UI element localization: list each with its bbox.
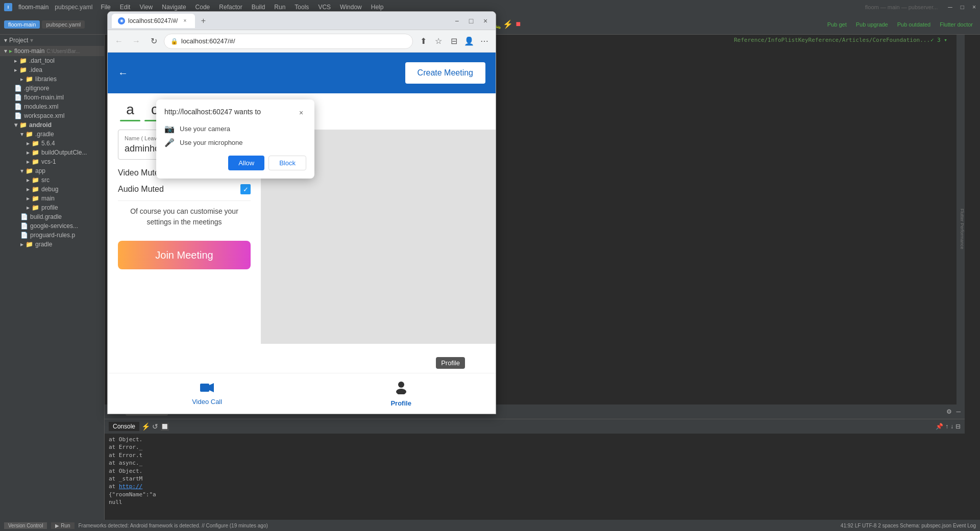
bookmark-btn[interactable]: ☆ xyxy=(431,34,446,48)
browser-maximize-btn[interactable]: □ xyxy=(465,15,477,27)
flutter-panel-label: Flutter Performance xyxy=(960,209,965,249)
join-meeting-button[interactable]: Join Meeting xyxy=(118,241,251,269)
tree-android[interactable]: ▾📁 android xyxy=(0,120,104,130)
allow-button[interactable]: Allow xyxy=(228,156,264,170)
tree-gitignore[interactable]: 📄 .gitignore xyxy=(0,84,104,93)
console-line-4: at Object. xyxy=(109,467,961,475)
pub-outdated-btn[interactable]: Pub outdated xyxy=(894,20,934,29)
tree-profile[interactable]: ▸📁 profile xyxy=(0,203,104,212)
browser-close-btn[interactable]: × xyxy=(479,15,492,27)
console-line-0: at Object. xyxy=(109,436,961,443)
menu-edit[interactable]: Edit xyxy=(118,3,133,12)
tab-close-btn[interactable]: × xyxy=(181,17,189,25)
video-call-label: Video Call xyxy=(192,398,222,406)
tree-modules[interactable]: 📄 modules.xml xyxy=(0,102,104,111)
share-btn[interactable]: ⬆ xyxy=(416,34,430,48)
menu-navigate[interactable]: Navigate xyxy=(160,3,188,12)
svg-point-2 xyxy=(398,382,404,388)
console-pin-icon[interactable]: 📌 xyxy=(936,423,943,430)
reload-btn[interactable]: ↻ xyxy=(146,34,161,48)
menu-view[interactable]: View xyxy=(137,3,155,12)
audio-muted-checkbox[interactable]: ✓ xyxy=(240,184,251,194)
tree-proguard[interactable]: 📄 proguard-rules.p xyxy=(0,231,104,240)
browser-window: ◉ localhost:60247/#/ × + − □ × ← → ↻ 🔒 l… xyxy=(107,11,496,414)
tree-build-gradle[interactable]: 📄 build.gradle xyxy=(0,212,104,221)
console-line-8: null xyxy=(109,498,961,506)
version-control-btn[interactable]: Version Control xyxy=(4,522,47,529)
tree-root-folder[interactable]: ▾ ▸ floom-main C:\Users\Bar... xyxy=(0,46,104,56)
browser-tab[interactable]: ◉ localhost:60247/#/ × xyxy=(112,14,195,28)
svg-rect-0 xyxy=(200,384,209,392)
tree-idea[interactable]: ▸📁 .idea xyxy=(0,65,104,74)
tree-build-output[interactable]: ▸📁 buildOutputCle... xyxy=(0,148,104,157)
tree-vcs-1[interactable]: ▸📁 vcs-1 xyxy=(0,157,104,166)
permission-dialog: http://localhost:60247 wants to × 📷 Use … xyxy=(156,99,314,179)
video-call-icon xyxy=(200,382,214,396)
menu-file[interactable]: File xyxy=(99,3,112,12)
lock-icon: 🔒 xyxy=(170,38,178,45)
menu-vcs[interactable]: VCS xyxy=(316,3,333,12)
tree-main[interactable]: ▸📁 main xyxy=(0,194,104,203)
browser-favicon: ◉ xyxy=(118,17,125,24)
new-tab-btn[interactable]: + xyxy=(197,15,209,27)
tree-workspace[interactable]: 📄 workspace.xml xyxy=(0,111,104,120)
console-line-6: at http:// xyxy=(109,483,961,490)
pub-upgrade-btn[interactable]: Pub upgrade xyxy=(853,20,891,29)
console-line-1: at Error._ xyxy=(109,443,961,451)
profile-btn[interactable]: ⚡ xyxy=(503,19,513,29)
console-toggle-btn[interactable]: 🔲 xyxy=(160,422,169,431)
project-header: ▾ Project ▾ xyxy=(0,35,104,46)
tree-dart-tool[interactable]: ▸📁 .dart_tool xyxy=(0,56,104,65)
menu-help[interactable]: Help xyxy=(369,3,386,12)
menu-refactor[interactable]: Refactor xyxy=(217,3,244,12)
run-btn-status[interactable]: ▶ Run xyxy=(51,522,74,529)
back-arrow-btn[interactable]: ← xyxy=(118,67,128,79)
tree-google-services[interactable]: 📄 google-services... xyxy=(0,221,104,231)
run-settings-icon[interactable]: ⚙ xyxy=(946,408,952,415)
tree-libraries[interactable]: ▸📁 libraries xyxy=(0,74,104,84)
reader-mode-btn[interactable]: ⊟ xyxy=(447,34,461,48)
flutter-doctor-btn[interactable]: Flutter doctor xyxy=(937,20,976,29)
back-btn: ← xyxy=(112,34,126,48)
app-header: ← Create Meeting xyxy=(108,53,496,93)
tree-debug[interactable]: ▸📁 debug xyxy=(0,185,104,194)
pub-get-btn[interactable]: Pub get xyxy=(824,20,850,29)
browser-minimize-btn[interactable]: − xyxy=(451,15,463,27)
navbar-actions: ⬆ ☆ ⊟ 👤 ⋯ xyxy=(416,34,492,48)
more-btn[interactable]: ⋯ xyxy=(477,34,492,48)
block-button[interactable]: Block xyxy=(268,156,306,170)
permission-dialog-close-btn[interactable]: × xyxy=(296,108,306,118)
statusbar-right: 41:92 LF UTF-8 2 spaces Schema: pubspec.… xyxy=(841,523,976,528)
console-lightning-btn[interactable]: ⚡ xyxy=(141,422,150,431)
stop-btn[interactable]: ■ xyxy=(516,19,521,29)
console-content: at Object. at Error._ at Error.t at asyn… xyxy=(105,434,965,509)
tree-gradle-dir[interactable]: ▸📁 gradle xyxy=(0,240,104,249)
menu-tools[interactable]: Tools xyxy=(292,3,311,12)
tree-5-6-4[interactable]: ▸📁 5.6.4 xyxy=(0,139,104,148)
console-scroll-down-btn[interactable]: ↓ xyxy=(950,423,953,430)
menu-code[interactable]: Code xyxy=(193,3,212,12)
create-meeting-button[interactable]: Create Meeting xyxy=(405,62,485,84)
tree-app[interactable]: ▾📁 app xyxy=(0,166,104,175)
ide-project-badge: floom-main xyxy=(4,20,40,29)
menu-build[interactable]: Build xyxy=(250,3,267,12)
ide-maximize-btn[interactable]: □ xyxy=(961,4,964,11)
address-bar[interactable]: 🔒 localhost:60247/#/ xyxy=(164,34,413,49)
ide-close-btn[interactable]: × xyxy=(972,4,976,11)
console-tab[interactable]: Console xyxy=(109,422,139,431)
profile-circle-btn[interactable]: 👤 xyxy=(462,34,476,48)
console-sidebar-icon[interactable]: ⊟ xyxy=(955,423,961,430)
tree-iml[interactable]: 📄 floom-main.iml xyxy=(0,93,104,102)
bottom-nav-profile[interactable]: Profile xyxy=(380,376,421,411)
tree-gradle-folder[interactable]: ▾📁 .gradle xyxy=(0,130,104,139)
tree-src[interactable]: ▸📁 src xyxy=(0,175,104,185)
menu-run[interactable]: Run xyxy=(272,3,287,12)
bottom-nav-video-call[interactable]: Video Call xyxy=(182,377,232,410)
browser-window-controls: − □ × xyxy=(451,15,492,27)
ide-minimize-btn[interactable]: ─ xyxy=(948,4,952,11)
menu-window[interactable]: Window xyxy=(338,3,364,12)
run-minimize-icon[interactable]: ─ xyxy=(956,408,961,415)
console-reload-btn[interactable]: ↺ xyxy=(152,422,158,431)
console-line-2: at Error.t xyxy=(109,451,961,459)
console-scroll-up-btn[interactable]: ↑ xyxy=(945,423,948,430)
